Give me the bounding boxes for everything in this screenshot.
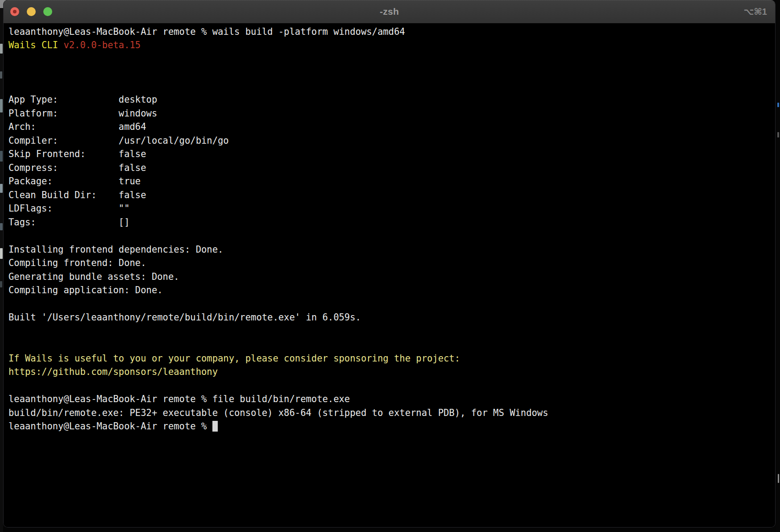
zoom-button[interactable] [43,7,52,16]
titlebar[interactable]: -zsh ⌥⌘1 [4,0,775,24]
terminal-line: Built '/Users/leaanthony/remote/build/bi… [8,311,773,324]
terminal-text-segment: leaanthony@Leas-MacBook-Air remote % fil… [8,394,350,404]
background-window-right-sliver [776,0,780,532]
background-window-mark [0,44,3,54]
terminal-line [8,379,773,392]
terminal-line: Tags: [] [8,216,773,229]
desktop: -zsh ⌥⌘1 leaanthony@Leas-MacBook-Air rem… [0,0,780,532]
terminal-line: Clean Build Dir: false [8,188,773,202]
terminal-line [8,79,773,93]
terminal-line: Package: true [8,175,773,188]
terminal-line: App Type: desktop [8,93,773,106]
terminal-text-segment: Compiling frontend: Done. [8,258,146,268]
background-window-mark [777,132,779,137]
terminal-line: Generating bundle assets: Done. [8,270,773,283]
terminal-line [8,66,773,79]
terminal-text-segment: Skip Frontend: false [8,149,146,159]
background-window-mark [0,71,2,79]
terminal-line: If Wails is useful to you or your compan… [8,352,773,365]
terminal-line: leaanthony@Leas-MacBook-Air remote % wai… [8,25,773,38]
terminal-line: https://github.com/sponsors/leaanthony [8,365,773,378]
terminal-line: build/bin/remote.exe: PE32+ executable (… [8,406,773,420]
background-window-mark [0,281,2,287]
terminal-text-segment: leaanthony@Leas-MacBook-Air remote % wai… [8,26,405,37]
close-button[interactable] [10,7,19,16]
terminal-text-segment: Compiler: /usr/local/go/bin/go [8,135,229,146]
terminal-line [8,52,773,66]
terminal-text-segment: Platform: windows [8,108,157,119]
terminal-text-segment: Compress: false [8,162,146,173]
terminal-text-segment: v2.0.0-beta.15 [63,40,141,50]
terminal-text-segment: https://github.com/sponsors/leaanthony [8,366,218,377]
terminal-text-segment: App Type: desktop [8,94,157,105]
terminal-line: Installing frontend dependencies: Done. [8,243,773,256]
terminal-text-segment: Generating bundle assets: Done. [8,271,179,282]
minimize-button[interactable] [27,7,36,16]
background-window-left-sliver [0,0,3,532]
terminal-line: Skip Frontend: false [8,147,773,161]
terminal-text-segment: Clean Build Dir: false [8,190,146,200]
terminal-line: Arch: amd64 [8,120,773,133]
terminal-text-segment: Package: true [8,176,141,187]
terminal-text-segment: LDFlags: "" [8,203,130,214]
background-window-mark [0,99,3,112]
background-window-mark [777,103,779,107]
background-window-mark [0,151,3,162]
terminal-text-segment: Arch: amd64 [8,121,146,132]
terminal-text-segment: Compiling application: Done. [8,285,163,295]
terminal-output[interactable]: leaanthony@Leas-MacBook-Air remote % wai… [4,23,775,527]
terminal-line: Compiling application: Done. [8,283,773,297]
unsaved-indicator-dot [13,10,17,13]
terminal-text-segment: If Wails is useful to you or your compan… [8,353,460,364]
terminal-line: leaanthony@Leas-MacBook-Air remote % fil… [8,392,773,406]
traffic-lights [10,0,52,23]
terminal-window: -zsh ⌥⌘1 leaanthony@Leas-MacBook-Air rem… [3,0,776,528]
terminal-line [8,297,773,311]
background-window-mark [778,474,779,483]
terminal-text-segment: build/bin/remote.exe: PE32+ executable (… [8,407,548,418]
terminal-line: Compiler: /usr/local/go/bin/go [8,134,773,147]
terminal-line: Platform: windows [8,107,773,120]
terminal-line [8,229,773,242]
terminal-line: Compress: false [8,161,773,175]
background-window-mark [0,184,3,193]
terminal-line: Compiling frontend: Done. [8,256,773,270]
terminal-text-segment: leaanthony@Leas-MacBook-Air remote % [8,421,212,432]
keyboard-shortcut-badge: ⌥⌘1 [743,0,767,23]
terminal-text-segment: Built '/Users/leaanthony/remote/build/bi… [8,312,361,323]
terminal-text-segment: Installing frontend dependencies: Done. [8,244,223,255]
background-window-mark [0,223,3,230]
terminal-text-segment: Wails CLI [8,40,63,50]
background-window-mark [0,248,3,259]
terminal-cursor [212,421,218,432]
window-title: -zsh [4,6,775,17]
terminal-line: LDFlags: "" [8,202,773,215]
terminal-line [8,338,773,351]
terminal-line [8,324,773,338]
terminal-line: Wails CLI v2.0.0-beta.15 [8,38,773,52]
terminal-text-segment: Tags: [] [8,217,130,228]
terminal-line: leaanthony@Leas-MacBook-Air remote % [8,420,773,433]
